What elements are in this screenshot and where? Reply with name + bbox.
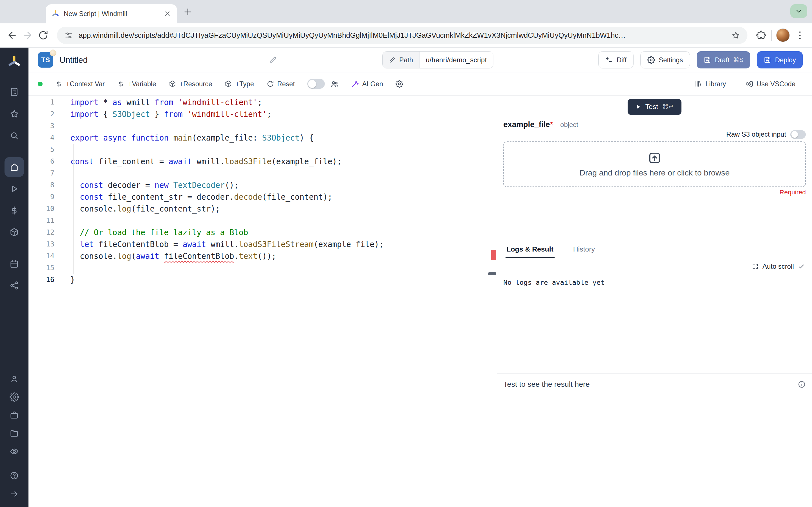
auto-scroll-label: Auto scroll (762, 263, 794, 270)
sidebar-item-search[interactable] (4, 126, 24, 145)
vscode-icon (746, 80, 754, 88)
tab-close-icon[interactable] (163, 10, 171, 18)
test-button[interactable]: Test ⌘↵ (627, 99, 681, 115)
sidebar-item-variables[interactable] (4, 201, 24, 221)
expand-icon[interactable] (752, 263, 759, 270)
tab-title: New Script | Windmill (64, 10, 160, 18)
reload-icon[interactable] (38, 30, 49, 41)
draft-shortcut: ⌘S (733, 56, 744, 64)
sidebar-item-home[interactable] (4, 157, 24, 177)
scrollbar-thumb[interactable] (488, 272, 496, 275)
reset-icon (266, 80, 274, 88)
path-edit-segment[interactable]: Path (383, 52, 419, 68)
typescript-badge[interactable]: TS (38, 52, 53, 68)
sidebar-item-runs[interactable] (4, 179, 24, 199)
windmill-logo-icon[interactable] (7, 54, 22, 69)
logs-area (497, 295, 812, 374)
code-line: 16} (29, 274, 497, 286)
forward-icon[interactable] (22, 30, 33, 41)
edit-title-pencil-icon[interactable] (269, 55, 277, 64)
pencil-icon (389, 57, 396, 63)
editor-settings-gear-icon[interactable] (396, 80, 403, 88)
browser-menu-icon[interactable] (795, 30, 806, 41)
editor-toolbar: +Context Var +Variable +Resource +Type R… (29, 72, 812, 96)
tab-history[interactable]: History (572, 240, 596, 258)
settings-button[interactable]: Settings (640, 51, 690, 68)
browser-window: New Script | Windmill app.windmill.dev/s… (0, 0, 812, 507)
raw-s3-toggle[interactable] (790, 130, 806, 139)
path-value: u/henri/demo_script (419, 52, 493, 68)
resource-label: +Resource (179, 80, 212, 88)
info-icon[interactable] (798, 380, 806, 388)
sidebar-item-favorites[interactable] (4, 104, 24, 124)
sidebar-item-user[interactable] (5, 371, 23, 387)
site-settings-icon[interactable] (64, 31, 73, 40)
add-variable-button[interactable]: +Variable (117, 80, 156, 88)
multiplayer-toggle[interactable] (307, 79, 325, 89)
draft-button[interactable]: Draft ⌘S (697, 51, 750, 68)
line-number: 7 (29, 167, 54, 179)
path-chip[interactable]: Path u/henri/demo_script (382, 51, 493, 68)
ai-gen-button[interactable]: AI Gen (351, 80, 383, 88)
line-number: 16 (29, 274, 54, 286)
package-icon (224, 80, 232, 88)
vscode-label: Use VSCode (756, 80, 795, 88)
library-icon (695, 80, 702, 88)
auto-scroll-control[interactable]: Auto scroll (497, 258, 812, 271)
toolbar-divider (771, 30, 772, 41)
play-icon (636, 104, 641, 110)
diff-button[interactable]: Diff (598, 51, 634, 68)
address-bar[interactable]: app.windmill.dev/scripts/add#JTdCJTIyaGF… (57, 27, 748, 44)
check-icon (798, 263, 805, 270)
ai-gen-label: AI Gen (362, 80, 383, 88)
no-logs-text: No logs are available yet (497, 270, 812, 295)
sidebar-item-folders[interactable] (5, 425, 23, 441)
line-number: 11 (29, 215, 54, 226)
line-number: 3 (29, 120, 54, 132)
sidebar-item-resources[interactable] (4, 223, 24, 242)
sidebar-item-audit[interactable] (5, 443, 23, 459)
add-resource-button[interactable]: +Resource (168, 80, 212, 88)
deploy-button[interactable]: Deploy (757, 51, 803, 68)
test-label: Test (645, 103, 658, 111)
gear-icon (647, 56, 655, 64)
upload-icon (648, 151, 662, 165)
code-line: 5 (29, 144, 497, 156)
workspace: 1import * as wmill from 'windmill-client… (29, 96, 812, 507)
workspace-icon (10, 410, 19, 420)
line-number: 1 (29, 96, 54, 108)
sidebar-item-schedules[interactable] (4, 254, 24, 274)
tab-search-button[interactable] (790, 4, 808, 18)
reset-button[interactable]: Reset (266, 80, 295, 88)
header-actions: Diff Settings Draft ⌘S Deploy (598, 51, 803, 68)
add-context-var-button[interactable]: +Context Var (55, 80, 105, 88)
diff-label: Diff (617, 56, 626, 64)
sidebar-item-help[interactable] (5, 467, 23, 484)
bookmark-star-icon[interactable] (731, 31, 740, 40)
sidebar-item-settings[interactable] (5, 389, 23, 405)
new-tab-icon[interactable] (183, 7, 193, 17)
required-star: * (550, 120, 553, 129)
lang-label: TS (41, 56, 50, 64)
argument-type: object (560, 121, 578, 129)
code-line: 9 const file_content_str = decoder.decod… (29, 191, 497, 203)
sidebar-item-workers[interactable] (4, 276, 24, 295)
test-shortcut: ⌘↵ (662, 103, 674, 110)
code-line: 2import { S3Object } from 'windmill-clie… (29, 108, 497, 120)
script-title[interactable]: Untitled (59, 55, 262, 65)
code-editor[interactable]: 1import * as wmill from 'windmill-client… (29, 96, 497, 507)
add-type-button[interactable]: +Type (224, 80, 254, 88)
library-button[interactable]: Library (695, 80, 726, 88)
file-dropzone[interactable]: Drag and drop files here or click to bro… (503, 142, 806, 187)
error-marker (491, 250, 496, 260)
browser-tab[interactable]: New Script | Windmill (46, 4, 177, 23)
use-vscode-button[interactable]: Use VSCode (746, 80, 796, 88)
extensions-icon[interactable] (756, 30, 767, 41)
sidebar-item-collapse[interactable] (5, 486, 23, 502)
tab-logs-result[interactable]: Logs & Result (506, 240, 555, 258)
back-icon[interactable] (7, 30, 18, 41)
sidebar-item-apps[interactable] (4, 82, 24, 102)
sidebar-item-workspace[interactable] (5, 407, 23, 424)
argument-name: example_file* (503, 120, 553, 129)
profile-avatar[interactable] (776, 29, 790, 42)
